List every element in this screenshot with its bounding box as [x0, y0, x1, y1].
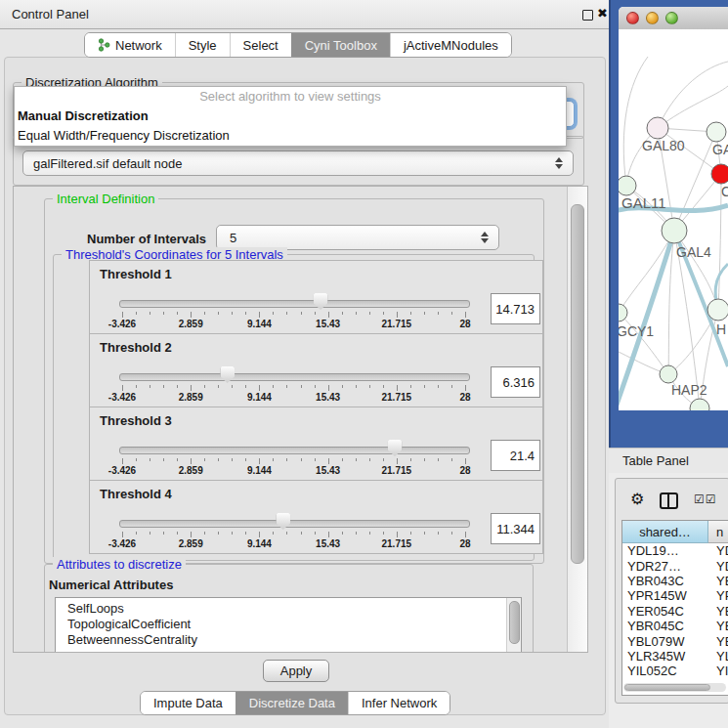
cell-name[interactable]: YER0	[708, 604, 728, 619]
cell-shared-name[interactable]: YBR045C	[622, 619, 708, 633]
cell-shared-name[interactable]: YBL079W	[622, 634, 708, 649]
network-node-gal80[interactable]	[647, 117, 668, 139]
cell-name[interactable]: YDL1	[708, 543, 728, 558]
slider-tick	[301, 312, 302, 315]
slider-tick	[328, 385, 329, 391]
tab-style[interactable]: Style	[175, 33, 230, 57]
slider-tick	[177, 385, 178, 388]
slider-tick	[451, 532, 452, 535]
threshold-value-field[interactable]: 21.4	[491, 440, 540, 471]
cell-shared-name[interactable]: YIL052C	[622, 664, 708, 678]
tab-cyni-toolbox[interactable]: Cyni Toolbox	[291, 33, 390, 57]
slider-tick	[301, 532, 302, 535]
zoom-traffic-light-icon[interactable]	[665, 12, 678, 24]
table-row[interactable]: YDL19…YDL1	[622, 543, 728, 558]
float-window-icon[interactable]	[582, 10, 593, 21]
column-layout-icon[interactable]	[660, 492, 678, 509]
cell-name[interactable]: YLR3	[708, 649, 728, 664]
threshold-value-field[interactable]: 14.713	[491, 293, 540, 324]
attribute-list-item[interactable]: BetweennessCentrality	[56, 632, 521, 648]
table-row[interactable]: YDR27…YDR2	[622, 558, 728, 573]
slider-tick	[150, 458, 150, 461]
table-row[interactable]: YER054CYER0	[622, 604, 728, 619]
cell-shared-name[interactable]: YDR27…	[622, 559, 708, 574]
slider-track[interactable]	[119, 520, 470, 528]
close-icon[interactable]: ✖	[597, 6, 608, 21]
popup-option-manual-discretization[interactable]: Manual Discretization	[15, 107, 566, 126]
network-node-ga[interactable]	[707, 122, 726, 142]
popup-option-equal-width-frequency[interactable]: Equal Width/Frequency Discretization	[15, 126, 566, 146]
cell-shared-name[interactable]: YPR145W	[622, 588, 708, 603]
cell-shared-name[interactable]: YLR345W	[622, 649, 708, 664]
slider-scale-label: -3.426	[97, 538, 148, 549]
attributes-scrollbar-thumb[interactable]	[509, 601, 520, 644]
slider-tick	[150, 532, 150, 535]
table-header-shared[interactable]: shared…	[622, 521, 708, 543]
slider-tick	[204, 532, 205, 535]
slider-tick	[218, 458, 219, 461]
cell-name[interactable]: YBR0	[708, 619, 728, 633]
cell-shared-name[interactable]: YER054C	[622, 604, 708, 619]
apply-button[interactable]: Apply	[263, 660, 329, 682]
slider-track[interactable]	[119, 447, 470, 454]
tab-network[interactable]: Network	[85, 33, 175, 57]
table-row[interactable]: YIL052CYIL0	[622, 664, 728, 678]
slider-track[interactable]	[119, 373, 470, 381]
close-traffic-light-icon[interactable]	[626, 12, 639, 24]
attributes-scrollbar[interactable]	[506, 598, 521, 653]
network-node-hap2[interactable]	[660, 365, 677, 383]
numerical-attributes-list[interactable]: SelfLoopsTopologicalCoefficientBetweenne…	[55, 597, 522, 653]
slider-scale-label: -3.426	[97, 319, 148, 329]
slider-tick	[328, 532, 329, 537]
gear-icon[interactable]: ⚙	[630, 490, 644, 508]
cell-name[interactable]: YPR1	[708, 588, 728, 603]
tab-infer-network[interactable]: Infer Network	[348, 692, 450, 714]
checkbox-columns-icon[interactable]: ☑☑	[694, 492, 717, 506]
table-row[interactable]: YBR043CYBR0	[622, 574, 728, 588]
cell-shared-name[interactable]: YBR043C	[622, 574, 708, 588]
network-node-gal4[interactable]	[662, 218, 687, 243]
threshold-value-field[interactable]: 6.316	[491, 366, 540, 398]
minimize-traffic-light-icon[interactable]	[646, 12, 659, 24]
network-canvas[interactable]: GAL80GACGAL11GAL4HGCY1HAP2	[619, 29, 728, 410]
threshold-label: Threshold 4	[100, 487, 172, 501]
cell-name[interactable]: YBR0	[708, 574, 728, 588]
slider-tick	[465, 312, 466, 318]
vertical-scrollbar-thumb[interactable]	[571, 204, 584, 564]
horizontal-scrollbar[interactable]	[623, 683, 726, 692]
tab-select[interactable]: Select	[230, 33, 291, 57]
cell-name[interactable]: YBL0	[708, 634, 728, 649]
slider-tick	[163, 385, 164, 388]
network-view-window[interactable]: GAL80GACGAL11GAL4HGCY1HAP2	[619, 7, 728, 410]
network-node-h[interactable]	[707, 299, 728, 321]
slider-scale-label: 21.715	[371, 392, 422, 403]
tab-jactivemnodules[interactable]: jActiveMNodules	[390, 33, 511, 57]
slider-track[interactable]	[119, 300, 470, 308]
attribute-list-item[interactable]: TopologicalCoefficient	[56, 617, 521, 632]
tab-impute-data[interactable]: Impute Data	[141, 692, 236, 714]
table-row[interactable]: YLR345WYLR3	[622, 649, 728, 664]
attribute-list-item[interactable]: SelfLoops	[56, 601, 521, 617]
slider-scale-label: 28	[440, 465, 491, 476]
network-window-titlebar[interactable]	[619, 7, 728, 30]
network-node-gal11[interactable]	[619, 176, 636, 195]
vertical-scrollbar[interactable]	[567, 187, 587, 652]
cell-name[interactable]: YDR2	[708, 559, 728, 574]
tab-discretize-data[interactable]: Discretize Data	[236, 692, 348, 714]
table-header-name[interactable]: n	[708, 521, 728, 543]
cell-name[interactable]: YIL0	[708, 664, 728, 678]
node-table[interactable]: shared… n YDL19…YDL1YDR27…YDR2YBR043CYBR…	[621, 520, 728, 696]
network-node-c[interactable]	[711, 164, 728, 184]
cell-shared-name[interactable]: YDL19…	[622, 543, 708, 558]
control-panel-titlebar	[0, 0, 609, 29]
table-row[interactable]: YBR045CYBR0	[622, 619, 728, 633]
network-node-gcy1[interactable]	[619, 304, 627, 321]
threshold-value-field[interactable]: 11.344	[491, 513, 540, 544]
network-node-partial[interactable]	[690, 399, 709, 410]
slider-tick	[410, 385, 411, 388]
table-row[interactable]: YPR145WYPR1	[622, 588, 728, 603]
horizontal-scrollbar-thumb[interactable]	[624, 684, 710, 691]
table-data-combobox[interactable]: galFiltered.sif default node	[22, 150, 574, 176]
table-row[interactable]: YBL079WYBL0	[622, 633, 728, 648]
slider-scale-label: 15.43	[303, 392, 354, 403]
